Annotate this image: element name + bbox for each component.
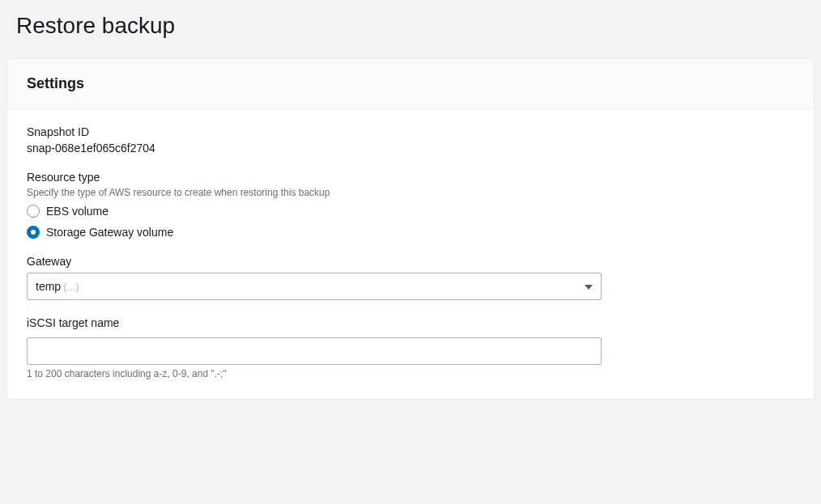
resource-type-label: Resource type [27, 171, 794, 184]
gateway-select-value-redacted: (…) [63, 281, 79, 293]
gateway-field: Gateway temp (…) [27, 255, 794, 300]
gateway-select-value: temp [36, 280, 61, 293]
radio-sgw-label: Storage Gateway volume [46, 226, 173, 239]
gateway-label: Gateway [27, 255, 794, 268]
settings-panel: Settings Snapshot ID snap-068e1ef065c6f2… [6, 58, 815, 400]
page-title: Restore backup [16, 13, 815, 39]
radio-storage-gateway-volume[interactable]: Storage Gateway volume [27, 226, 794, 239]
radio-ebs-volume[interactable]: EBS volume [27, 205, 794, 218]
iscsi-target-hint: 1 to 200 characters including a-z, 0-9, … [27, 368, 794, 379]
snapshot-id-label: Snapshot ID [27, 125, 794, 138]
radio-ebs-label: EBS volume [46, 205, 108, 218]
radio-icon [27, 205, 40, 218]
resource-type-description: Specify the type of AWS resource to crea… [27, 187, 794, 198]
snapshot-id-value: snap-068e1ef065c6f2704 [27, 142, 794, 155]
snapshot-id-field: Snapshot ID snap-068e1ef065c6f2704 [27, 125, 794, 155]
radio-icon [27, 226, 40, 239]
iscsi-target-input[interactable] [27, 337, 602, 365]
iscsi-target-label: iSCSI target name [27, 316, 794, 329]
iscsi-target-field: iSCSI target name 1 to 200 characters in… [27, 316, 794, 379]
panel-heading: Settings [27, 75, 794, 92]
panel-header: Settings [7, 59, 814, 109]
gateway-select[interactable]: temp (…) [27, 273, 602, 300]
resource-type-field: Resource type Specify the type of AWS re… [27, 171, 794, 239]
resource-type-radio-group: EBS volume Storage Gateway volume [27, 205, 794, 239]
